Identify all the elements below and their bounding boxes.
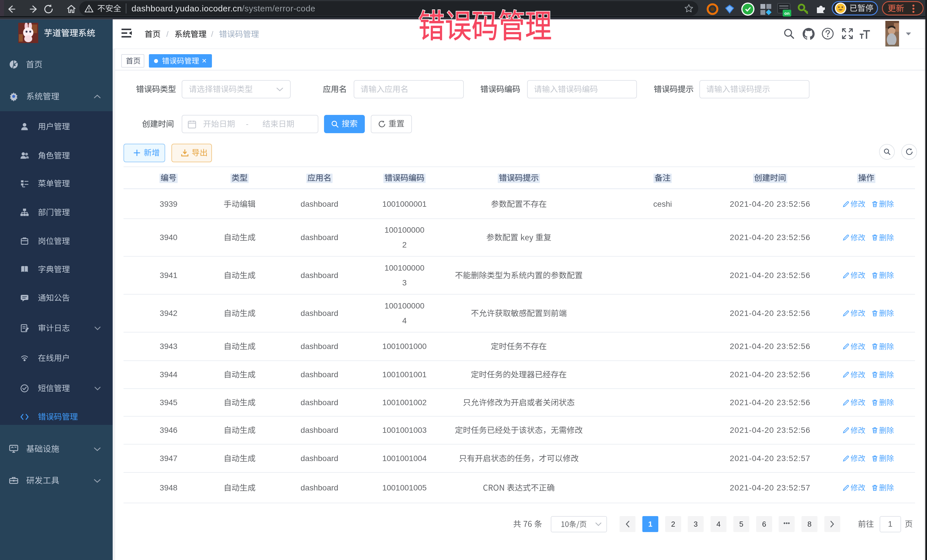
svg-text:on: on — [784, 11, 790, 16]
